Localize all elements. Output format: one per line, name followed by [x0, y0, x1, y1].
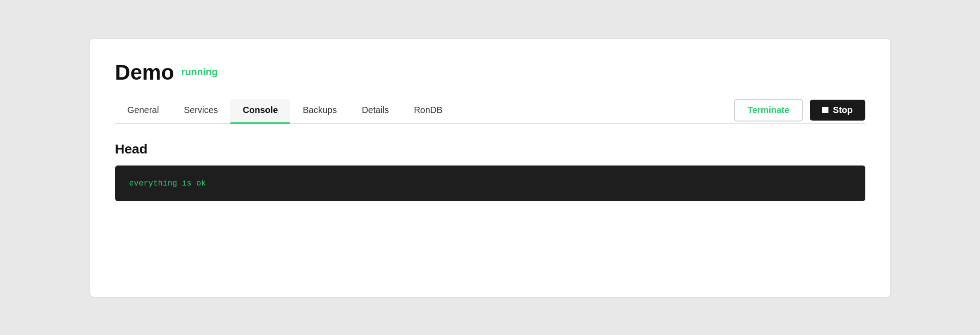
section-title: Head	[115, 141, 865, 157]
tab-rondb[interactable]: RonDB	[401, 99, 455, 123]
app-title: Demo	[115, 60, 174, 85]
tab-services[interactable]: Services	[172, 99, 231, 123]
nav-row: General Services Console Backups Details…	[115, 99, 865, 124]
tab-backups[interactable]: Backups	[290, 99, 349, 123]
actions-container: Terminate Stop	[734, 99, 865, 123]
stop-label: Stop	[833, 105, 852, 115]
tab-console[interactable]: Console	[230, 99, 290, 123]
stop-button[interactable]: Stop	[810, 100, 865, 121]
console-text: everything is ok	[129, 179, 206, 188]
tab-general[interactable]: General	[115, 99, 172, 123]
console-output: everything is ok	[115, 165, 865, 201]
tab-details[interactable]: Details	[349, 99, 401, 123]
status-badge: running	[181, 66, 218, 78]
console-content: Head everything is ok	[115, 141, 865, 201]
main-card: Demo running General Services Console Ba…	[90, 39, 890, 297]
header-row: Demo running	[115, 60, 865, 85]
stop-icon	[822, 107, 828, 113]
tabs-container: General Services Console Backups Details…	[115, 99, 734, 123]
terminate-button[interactable]: Terminate	[734, 99, 803, 121]
